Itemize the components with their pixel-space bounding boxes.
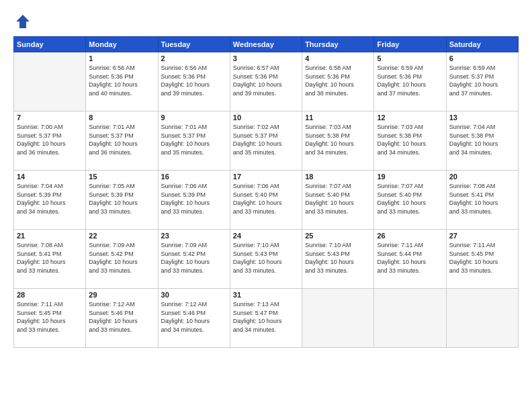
col-header-monday: Monday	[86, 37, 158, 52]
calendar-cell	[302, 289, 374, 348]
day-info: Sunrise: 7:06 AM Sunset: 5:39 PM Dayligh…	[161, 182, 227, 216]
day-number: 11	[305, 113, 371, 122]
day-info: Sunrise: 7:11 AM Sunset: 5:44 PM Dayligh…	[377, 241, 443, 275]
day-number: 28	[17, 291, 83, 299]
day-number: 30	[161, 291, 227, 299]
day-info: Sunrise: 7:03 AM Sunset: 5:38 PM Dayligh…	[377, 123, 443, 156]
day-info: Sunrise: 6:56 AM Sunset: 5:36 PM Dayligh…	[89, 64, 154, 97]
col-header-thursday: Thursday	[302, 37, 374, 52]
day-info: Sunrise: 6:59 AM Sunset: 5:37 PM Dayligh…	[449, 64, 515, 97]
calendar-cell: 23Sunrise: 7:09 AM Sunset: 5:42 PM Dayli…	[158, 230, 230, 289]
calendar-cell: 14Sunrise: 7:04 AM Sunset: 5:39 PM Dayli…	[14, 171, 86, 230]
day-info: Sunrise: 7:12 AM Sunset: 5:46 PM Dayligh…	[161, 300, 227, 334]
calendar-cell: 13Sunrise: 7:04 AM Sunset: 5:38 PM Dayli…	[446, 111, 518, 171]
calendar-header-row: SundayMondayTuesdayWednesdayThursdayFrid…	[14, 37, 519, 52]
day-number: 6	[449, 54, 515, 62]
day-info: Sunrise: 7:07 AM Sunset: 5:40 PM Dayligh…	[305, 182, 371, 216]
day-info: Sunrise: 7:04 AM Sunset: 5:38 PM Dayligh…	[449, 123, 515, 156]
col-header-tuesday: Tuesday	[158, 37, 230, 52]
day-info: Sunrise: 7:13 AM Sunset: 5:47 PM Dayligh…	[233, 300, 299, 334]
day-info: Sunrise: 7:12 AM Sunset: 5:46 PM Dayligh…	[89, 300, 154, 334]
day-number: 13	[449, 113, 515, 122]
calendar-week-3: 14Sunrise: 7:04 AM Sunset: 5:39 PM Dayli…	[14, 171, 519, 230]
calendar-cell: 29Sunrise: 7:12 AM Sunset: 5:46 PM Dayli…	[86, 289, 158, 348]
calendar-cell: 3Sunrise: 6:57 AM Sunset: 5:36 PM Daylig…	[230, 52, 302, 111]
day-info: Sunrise: 7:10 AM Sunset: 5:43 PM Dayligh…	[305, 241, 371, 275]
day-number: 24	[233, 232, 299, 240]
header	[13, 12, 519, 31]
day-number: 5	[377, 54, 443, 62]
calendar-week-2: 7Sunrise: 7:00 AM Sunset: 5:37 PM Daylig…	[14, 111, 519, 171]
day-number: 18	[305, 173, 371, 181]
calendar-cell: 9Sunrise: 7:01 AM Sunset: 5:37 PM Daylig…	[158, 111, 230, 171]
calendar-week-4: 21Sunrise: 7:08 AM Sunset: 5:41 PM Dayli…	[14, 230, 519, 289]
calendar-cell: 15Sunrise: 7:05 AM Sunset: 5:39 PM Dayli…	[86, 171, 158, 230]
col-header-sunday: Sunday	[14, 37, 86, 52]
day-info: Sunrise: 7:08 AM Sunset: 5:41 PM Dayligh…	[17, 241, 83, 275]
day-info: Sunrise: 7:01 AM Sunset: 5:37 PM Dayligh…	[161, 123, 227, 156]
calendar-cell: 22Sunrise: 7:09 AM Sunset: 5:42 PM Dayli…	[86, 230, 158, 289]
logo-icon	[13, 12, 32, 31]
calendar-week-5: 28Sunrise: 7:11 AM Sunset: 5:45 PM Dayli…	[14, 289, 519, 348]
col-header-friday: Friday	[374, 37, 446, 52]
day-number: 26	[377, 232, 443, 240]
calendar-cell: 21Sunrise: 7:08 AM Sunset: 5:41 PM Dayli…	[14, 230, 86, 289]
day-info: Sunrise: 7:05 AM Sunset: 5:39 PM Dayligh…	[89, 182, 154, 216]
calendar-cell: 10Sunrise: 7:02 AM Sunset: 5:37 PM Dayli…	[230, 111, 302, 171]
page: SundayMondayTuesdayWednesdayThursdayFrid…	[0, 0, 532, 411]
calendar-cell: 2Sunrise: 6:56 AM Sunset: 5:36 PM Daylig…	[158, 52, 230, 111]
day-number: 8	[89, 113, 154, 122]
day-number: 10	[233, 113, 299, 122]
calendar-cell: 25Sunrise: 7:10 AM Sunset: 5:43 PM Dayli…	[302, 230, 374, 289]
calendar-cell: 4Sunrise: 6:58 AM Sunset: 5:36 PM Daylig…	[302, 52, 374, 111]
day-number: 21	[17, 232, 83, 240]
calendar-cell	[374, 289, 446, 348]
day-info: Sunrise: 7:11 AM Sunset: 5:45 PM Dayligh…	[17, 300, 83, 334]
day-number: 20	[449, 173, 515, 181]
calendar-cell: 6Sunrise: 6:59 AM Sunset: 5:37 PM Daylig…	[446, 52, 518, 111]
day-number: 17	[233, 173, 299, 181]
day-number: 16	[161, 173, 227, 181]
col-header-wednesday: Wednesday	[230, 37, 302, 52]
calendar-cell: 12Sunrise: 7:03 AM Sunset: 5:38 PM Dayli…	[374, 111, 446, 171]
calendar-cell	[446, 289, 518, 348]
day-info: Sunrise: 6:56 AM Sunset: 5:36 PM Dayligh…	[161, 64, 227, 97]
day-info: Sunrise: 6:59 AM Sunset: 5:36 PM Dayligh…	[377, 64, 443, 97]
day-number: 7	[17, 113, 83, 122]
calendar-cell: 27Sunrise: 7:11 AM Sunset: 5:45 PM Dayli…	[446, 230, 518, 289]
day-number: 19	[377, 173, 443, 181]
calendar-cell: 26Sunrise: 7:11 AM Sunset: 5:44 PM Dayli…	[374, 230, 446, 289]
calendar-cell: 16Sunrise: 7:06 AM Sunset: 5:39 PM Dayli…	[158, 171, 230, 230]
day-info: Sunrise: 6:57 AM Sunset: 5:36 PM Dayligh…	[233, 64, 299, 97]
day-number: 12	[377, 113, 443, 122]
day-info: Sunrise: 6:58 AM Sunset: 5:36 PM Dayligh…	[305, 64, 371, 97]
day-info: Sunrise: 7:08 AM Sunset: 5:41 PM Dayligh…	[449, 182, 515, 216]
calendar-cell: 31Sunrise: 7:13 AM Sunset: 5:47 PM Dayli…	[230, 289, 302, 348]
day-number: 3	[233, 54, 299, 62]
day-info: Sunrise: 7:09 AM Sunset: 5:42 PM Dayligh…	[89, 241, 154, 275]
calendar-cell: 1Sunrise: 6:56 AM Sunset: 5:36 PM Daylig…	[86, 52, 158, 111]
day-number: 15	[89, 173, 154, 181]
day-number: 27	[449, 232, 515, 240]
svg-marker-0	[16, 15, 30, 28]
day-info: Sunrise: 7:07 AM Sunset: 5:40 PM Dayligh…	[377, 182, 443, 216]
day-info: Sunrise: 7:10 AM Sunset: 5:43 PM Dayligh…	[233, 241, 299, 275]
col-header-saturday: Saturday	[446, 37, 518, 52]
calendar-table: SundayMondayTuesdayWednesdayThursdayFrid…	[13, 36, 519, 348]
calendar-cell	[14, 52, 86, 111]
calendar-cell: 18Sunrise: 7:07 AM Sunset: 5:40 PM Dayli…	[302, 171, 374, 230]
day-info: Sunrise: 7:06 AM Sunset: 5:40 PM Dayligh…	[233, 182, 299, 216]
day-number: 23	[161, 232, 227, 240]
day-info: Sunrise: 7:11 AM Sunset: 5:45 PM Dayligh…	[449, 241, 515, 275]
day-number: 31	[233, 291, 299, 299]
day-number: 9	[161, 113, 227, 122]
calendar-cell: 30Sunrise: 7:12 AM Sunset: 5:46 PM Dayli…	[158, 289, 230, 348]
calendar-cell: 8Sunrise: 7:01 AM Sunset: 5:37 PM Daylig…	[86, 111, 158, 171]
calendar-cell: 20Sunrise: 7:08 AM Sunset: 5:41 PM Dayli…	[446, 171, 518, 230]
calendar-cell: 7Sunrise: 7:00 AM Sunset: 5:37 PM Daylig…	[14, 111, 86, 171]
day-number: 25	[305, 232, 371, 240]
calendar-cell: 17Sunrise: 7:06 AM Sunset: 5:40 PM Dayli…	[230, 171, 302, 230]
day-info: Sunrise: 7:01 AM Sunset: 5:37 PM Dayligh…	[89, 123, 154, 156]
calendar-cell: 5Sunrise: 6:59 AM Sunset: 5:36 PM Daylig…	[374, 52, 446, 111]
day-number: 2	[161, 54, 227, 62]
